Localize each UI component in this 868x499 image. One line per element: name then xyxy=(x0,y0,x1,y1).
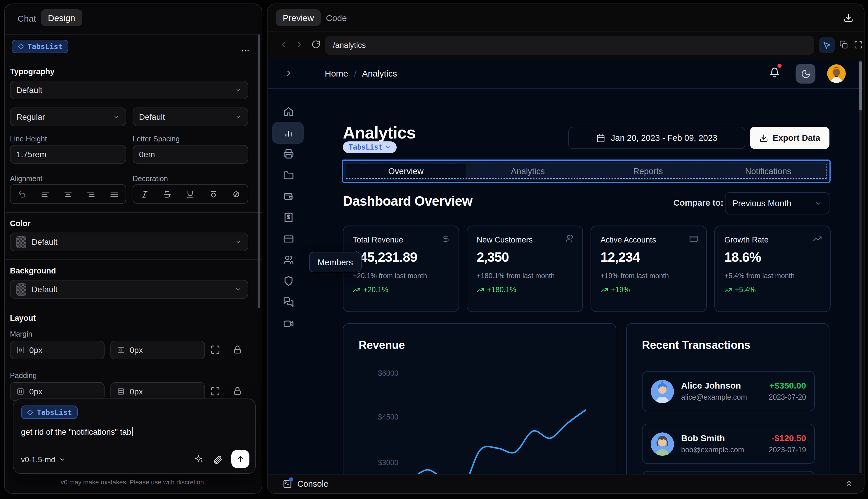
line-height-input[interactable]: 1.75rem xyxy=(10,145,126,163)
chevron-down-icon xyxy=(385,144,391,150)
composer-message-input[interactable]: get rid of the "notifications" tab xyxy=(21,427,133,437)
send-button[interactable] xyxy=(231,450,249,468)
tab-preview[interactable]: Preview xyxy=(276,9,321,26)
font-size-select[interactable]: Default xyxy=(133,108,248,126)
export-data-button[interactable]: Export Data xyxy=(750,127,829,149)
undo-icon[interactable] xyxy=(17,190,26,198)
letter-spacing-input[interactable]: 0em xyxy=(133,145,248,163)
expand-icon[interactable] xyxy=(210,345,220,355)
tab-code[interactable]: Code xyxy=(319,9,354,26)
design-panel-scrollbar[interactable] xyxy=(258,35,260,308)
stat-trend: +5.4% xyxy=(724,286,756,294)
forward-icon[interactable] xyxy=(295,40,304,49)
sidebar-toggle-icon[interactable] xyxy=(284,69,293,78)
trending-up-icon xyxy=(600,286,608,294)
model-selector[interactable]: v0-1.5-md xyxy=(21,455,65,464)
video-icon[interactable] xyxy=(283,318,294,329)
ellipsis-icon[interactable] xyxy=(241,46,250,56)
chevron-down-icon xyxy=(815,200,822,207)
expand-icon[interactable] xyxy=(210,386,220,396)
trending-up-icon xyxy=(724,286,732,294)
background-section-label: Background xyxy=(10,266,56,275)
margin-y-input[interactable]: 0px xyxy=(110,341,205,360)
sparkles-icon[interactable] xyxy=(194,454,204,464)
back-icon[interactable] xyxy=(279,40,288,49)
console-status-dot xyxy=(289,477,293,482)
download-icon[interactable] xyxy=(843,13,853,23)
lock-icon[interactable] xyxy=(233,345,243,355)
preview-scrollbar-track[interactable] xyxy=(859,60,862,473)
console-bar[interactable]: Console xyxy=(268,474,864,493)
credit-card-icon[interactable] xyxy=(283,234,294,244)
padding-x-input[interactable]: 0px xyxy=(10,382,104,401)
inspect-pointer-button[interactable] xyxy=(819,37,835,53)
folder-icon[interactable] xyxy=(283,170,294,181)
align-left-icon[interactable] xyxy=(41,190,49,198)
typography-section-label: Typography xyxy=(10,67,54,76)
notifications-button[interactable] xyxy=(769,67,780,78)
console-label: Console xyxy=(297,479,328,488)
bell-icon xyxy=(769,67,780,78)
underline-icon[interactable] xyxy=(186,190,195,198)
theme-toggle-button[interactable] xyxy=(796,64,816,84)
tab-overview[interactable]: Overview xyxy=(346,163,466,179)
users-icon[interactable] xyxy=(283,255,294,265)
tab-design[interactable]: Design xyxy=(41,9,82,26)
chevrons-up-icon[interactable] xyxy=(845,479,853,488)
stat-card-active-accounts: Active Accounts 12,234 +19% from last mo… xyxy=(591,226,707,312)
component-badge-label: TabsList xyxy=(349,143,383,151)
url-text: /analytics xyxy=(333,41,366,50)
tab-notifications[interactable]: Notifications xyxy=(708,163,829,179)
preview-scrollbar-thumb[interactable] xyxy=(859,61,862,110)
align-right-icon[interactable] xyxy=(87,190,96,198)
overline-icon[interactable] xyxy=(209,190,218,198)
shield-icon[interactable] xyxy=(283,276,294,286)
stat-card-growth-rate: Growth Rate 18.6% +5.4% from last month … xyxy=(715,226,831,312)
revenue-card: Revenue $6000 $4500 $3000 xyxy=(343,323,616,474)
chevron-down-icon xyxy=(235,86,242,94)
align-center-icon[interactable] xyxy=(64,190,72,198)
chat-composer[interactable]: TabsList get rid of the "notifications" … xyxy=(13,399,256,474)
lock-icon[interactable] xyxy=(233,386,243,396)
font-weight-value: Regular xyxy=(16,112,45,122)
copy-icon[interactable] xyxy=(839,40,848,49)
align-justify-icon[interactable] xyxy=(110,190,119,198)
transactions-card-title: Recent Transactions xyxy=(642,339,751,352)
chevron-down-icon xyxy=(59,457,65,463)
paperclip-icon[interactable] xyxy=(213,454,223,464)
compare-select[interactable]: Previous Month xyxy=(725,192,829,215)
composer-component-chip[interactable]: TabsList xyxy=(21,405,78,419)
date-range-button[interactable]: Jan 20, 2023 - Feb 09, 2023 xyxy=(568,127,745,149)
tab-chat[interactable]: Chat xyxy=(11,10,43,27)
tab-reports[interactable]: Reports xyxy=(588,163,708,179)
fullscreen-icon[interactable] xyxy=(854,40,863,49)
italic-icon[interactable] xyxy=(140,190,149,198)
selected-component-chip[interactable]: TabsList xyxy=(12,40,69,53)
refresh-icon[interactable] xyxy=(311,40,321,49)
url-input[interactable]: /analytics xyxy=(325,36,814,55)
background-select[interactable]: Default xyxy=(10,280,248,299)
calendar-icon xyxy=(596,134,605,142)
color-select[interactable]: Default xyxy=(10,233,248,251)
decoration-group xyxy=(133,184,248,204)
user-avatar[interactable] xyxy=(827,64,846,83)
home-icon[interactable] xyxy=(283,106,294,117)
strikethrough-icon[interactable] xyxy=(163,190,172,198)
bar-chart-icon[interactable] xyxy=(283,127,294,138)
wallet-icon[interactable] xyxy=(283,191,294,202)
tab-analytics[interactable]: Analytics xyxy=(468,163,588,179)
padding-y-input[interactable]: 0px xyxy=(110,382,205,401)
margin-x-input[interactable]: 0px xyxy=(10,341,104,360)
inspect-pointer-icon xyxy=(822,41,831,50)
receipt-icon[interactable] xyxy=(283,212,294,223)
messages-icon[interactable] xyxy=(283,297,294,307)
font-weight-select[interactable]: Regular xyxy=(10,108,126,126)
clear-decoration-icon[interactable] xyxy=(232,190,241,198)
font-family-select[interactable]: Default xyxy=(10,81,248,99)
compare-label: Compare to: xyxy=(673,198,723,207)
tab-overview-label: Overview xyxy=(388,167,423,176)
breadcrumb-home[interactable]: Home xyxy=(325,68,348,78)
component-badge[interactable]: TabsList xyxy=(343,142,397,153)
printer-icon[interactable] xyxy=(283,148,294,159)
transaction-name: Alice Johnson xyxy=(681,380,741,390)
